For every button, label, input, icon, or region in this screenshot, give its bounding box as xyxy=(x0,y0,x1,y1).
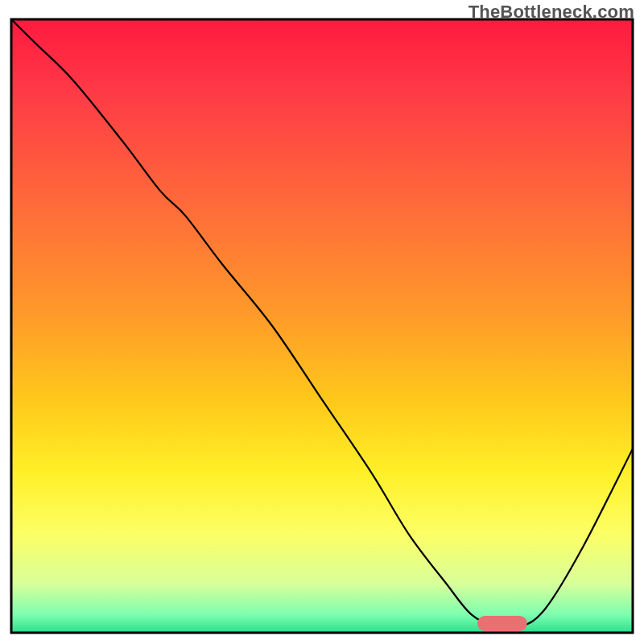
watermark-text: TheBottleneck.com xyxy=(469,2,634,23)
optimal-range-marker xyxy=(477,616,527,631)
gradient-background xyxy=(11,19,633,633)
bottleneck-chart xyxy=(0,0,644,644)
